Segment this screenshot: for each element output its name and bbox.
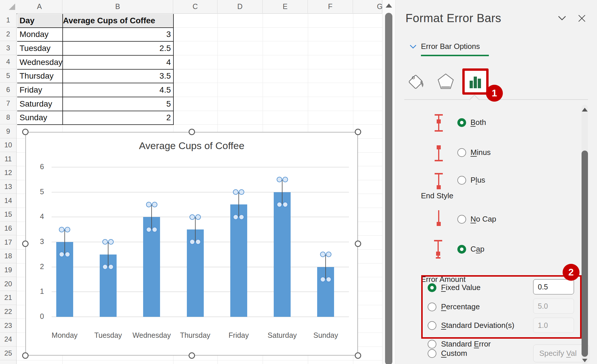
error-bar[interactable]	[282, 180, 282, 205]
error-bar-handle[interactable]	[320, 252, 326, 257]
table-header-cell[interactable]: Day	[17, 14, 63, 28]
row-header-26[interactable]: 26	[0, 360, 16, 364]
error-bar-handle[interactable]	[59, 227, 64, 232]
error-bar-handle[interactable]	[146, 227, 152, 232]
bar-wednesday[interactable]	[143, 217, 160, 317]
error-bar[interactable]	[325, 255, 326, 280]
error-bar-handle[interactable]	[152, 227, 157, 232]
chart-title[interactable]: Average Cups of Coffee	[26, 140, 357, 151]
error-bar-handle[interactable]	[277, 177, 282, 182]
standard-error-label[interactable]: Standard Error	[441, 340, 491, 349]
table-cell[interactable]: 2	[63, 111, 174, 125]
row-header-5[interactable]: 5	[0, 69, 16, 83]
row-header-7[interactable]: 7	[0, 97, 16, 111]
row-header-10[interactable]: 10	[0, 138, 16, 152]
table-cell[interactable]: Wednesday	[17, 56, 63, 70]
row-header-18[interactable]: 18	[0, 249, 16, 263]
row-header-8[interactable]: 8	[0, 111, 16, 125]
row-header-2[interactable]: 2	[0, 27, 16, 41]
pane-scrollbar-thumb[interactable]	[582, 151, 588, 357]
error-bar-handle[interactable]	[282, 177, 288, 182]
table-cell[interactable]: Friday	[17, 83, 63, 97]
chart-resize-handle[interactable]	[189, 129, 195, 135]
no-cap-radio[interactable]	[457, 215, 466, 224]
table-cell[interactable]: Thursday	[17, 70, 63, 84]
column-header-f[interactable]: F	[308, 0, 353, 13]
both-label[interactable]: Both	[470, 118, 486, 127]
chart-resize-handle[interactable]	[355, 129, 361, 135]
error-bar-handle[interactable]	[65, 227, 70, 232]
row-header-14[interactable]: 14	[0, 194, 16, 208]
column-header-d[interactable]: D	[217, 0, 263, 13]
table-cell[interactable]: 5	[63, 97, 174, 111]
standard-error-radio[interactable]	[428, 340, 436, 349]
row-header-13[interactable]: 13	[0, 180, 16, 194]
error-bar-options-tab-selected[interactable]	[462, 68, 489, 95]
chart-resize-handle[interactable]	[355, 352, 361, 359]
chart-resize-handle[interactable]	[22, 352, 29, 359]
spreadsheet[interactable]: DayAverage Cups of CoffeeMonday3Tuesday2…	[0, 0, 382, 364]
chart-object[interactable]: Average Cups of Coffee 6543210MondayTues…	[25, 132, 358, 356]
table-cell[interactable]: 3	[63, 28, 174, 42]
sheet-vertical-scrollbar[interactable]	[382, 0, 396, 364]
error-bar[interactable]	[108, 242, 108, 267]
column-header-c[interactable]: C	[173, 0, 217, 13]
cap-label[interactable]: Cap	[470, 245, 484, 254]
row-header-21[interactable]: 21	[0, 291, 16, 305]
error-bar-handle[interactable]	[320, 277, 326, 282]
error-bar-handle[interactable]	[233, 214, 238, 220]
chart-resize-handle[interactable]	[22, 241, 29, 247]
row-header-9[interactable]: 9	[0, 124, 16, 138]
close-icon[interactable]	[578, 15, 586, 22]
section-chevron-down-icon[interactable]	[410, 44, 417, 49]
error-bar[interactable]	[151, 204, 152, 229]
error-bar[interactable]	[64, 229, 65, 255]
row-header-25[interactable]: 25	[0, 347, 16, 361]
error-bar-handle[interactable]	[152, 202, 157, 207]
both-radio[interactable]	[457, 118, 466, 127]
row-header-17[interactable]: 17	[0, 235, 16, 249]
pane-scroll-down-icon[interactable]	[582, 359, 587, 362]
minus-radio[interactable]	[457, 148, 466, 157]
row-header-12[interactable]: 12	[0, 166, 16, 180]
row-headers[interactable]: 1234567891011121314151617181920212223242…	[0, 13, 17, 364]
pane-scroll-up-icon[interactable]	[582, 108, 588, 112]
plus-label[interactable]: Plus	[470, 176, 485, 185]
column-header-b[interactable]: B	[62, 0, 173, 13]
error-bar-handle[interactable]	[108, 239, 114, 245]
row-header-6[interactable]: 6	[0, 83, 16, 97]
error-bar-handle[interactable]	[282, 202, 288, 207]
chart-resize-handle[interactable]	[189, 352, 195, 359]
minus-label[interactable]: Minus	[470, 148, 491, 157]
table-cell[interactable]: Sunday	[17, 111, 63, 125]
effects-tab[interactable]	[437, 73, 454, 90]
table-cell[interactable]: 2.5	[63, 42, 174, 56]
error-bar-handle[interactable]	[102, 239, 108, 245]
chevron-down-icon[interactable]	[558, 15, 566, 21]
error-bar-handle[interactable]	[277, 202, 282, 207]
row-header-15[interactable]: 15	[0, 208, 16, 222]
bar-friday[interactable]	[230, 204, 247, 317]
custom-radio[interactable]	[428, 349, 436, 358]
error-bar[interactable]	[238, 192, 239, 217]
table-cell[interactable]: Saturday	[17, 97, 63, 111]
fill-line-tab[interactable]	[408, 73, 426, 91]
table-cell[interactable]: 4	[63, 56, 174, 70]
row-header-22[interactable]: 22	[0, 305, 16, 319]
row-header-20[interactable]: 20	[0, 277, 16, 291]
column-header-a[interactable]: A	[17, 0, 62, 13]
no-cap-label[interactable]: No Cap	[470, 215, 496, 224]
error-bar-handle[interactable]	[326, 252, 331, 257]
table-cell[interactable]: 4.5	[63, 83, 174, 97]
scroll-up-icon[interactable]	[386, 3, 392, 8]
chart-resize-handle[interactable]	[355, 241, 361, 247]
bar-saturday[interactable]	[274, 192, 291, 317]
column-header-g[interactable]: G	[353, 0, 382, 13]
chart-resize-handle[interactable]	[22, 129, 29, 135]
row-header-23[interactable]: 23	[0, 319, 16, 333]
cap-radio[interactable]	[457, 245, 466, 254]
row-header-1[interactable]: 1	[0, 13, 16, 27]
select-all-corner[interactable]	[9, 3, 15, 10]
error-bar-handle[interactable]	[239, 214, 244, 220]
section-error-bar-options[interactable]: Error Bar Options	[421, 42, 480, 51]
